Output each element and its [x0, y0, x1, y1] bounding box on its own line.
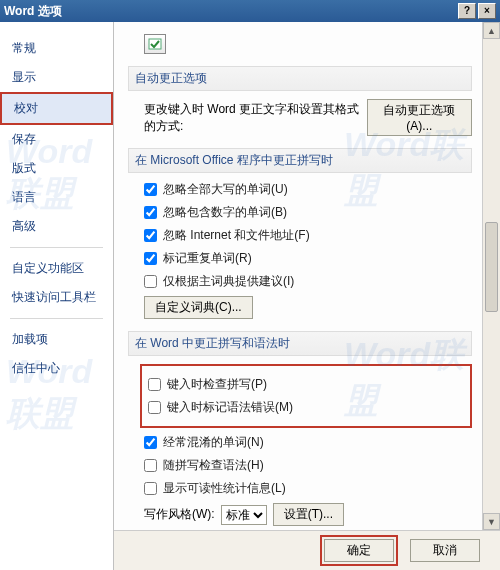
- lbl-readability-stats: 显示可读性统计信息(L): [163, 480, 286, 497]
- lbl-flag-repeated: 标记重复单词(R): [163, 250, 252, 267]
- sidebar-item-language[interactable]: 语言: [0, 183, 113, 212]
- svg-rect-0: [149, 39, 161, 49]
- chk-grammar-with-spell[interactable]: [144, 459, 157, 472]
- dialog-footer: 确定 取消: [114, 530, 500, 570]
- chk-readability-stats[interactable]: [144, 482, 157, 495]
- sidebar-item-advanced[interactable]: 高级: [0, 212, 113, 241]
- writing-style-settings-button[interactable]: 设置(T)...: [273, 503, 344, 526]
- chk-check-spelling[interactable]: [148, 378, 161, 391]
- section-autocorrect-head: 自动更正选项: [128, 66, 472, 91]
- lbl-main-dict-only: 仅根据主词典提供建议(I): [163, 273, 294, 290]
- main-panel: 自动更正选项 更改键入时 Word 更正文字和设置其格式的方式: 自动更正选项(…: [114, 22, 500, 570]
- titlebar: Word 选项 ? ×: [0, 0, 500, 22]
- writing-style-label: 写作风格(W):: [144, 506, 215, 523]
- vertical-scrollbar[interactable]: ▲ ▼: [482, 22, 500, 530]
- sidebar-item-addins[interactable]: 加载项: [0, 325, 113, 354]
- section-wordspell-head: 在 Word 中更正拼写和语法时: [128, 331, 472, 356]
- chk-ignore-internet[interactable]: [144, 229, 157, 242]
- lbl-confused-words: 经常混淆的单词(N): [163, 434, 264, 451]
- chk-flag-repeated[interactable]: [144, 252, 157, 265]
- lbl-ignore-internet: 忽略 Internet 和文件地址(F): [163, 227, 310, 244]
- window-controls: ? ×: [458, 3, 496, 19]
- sidebar-item-display[interactable]: 显示: [0, 63, 113, 92]
- proofing-icon-row: [144, 34, 472, 54]
- autocorrect-desc: 更改键入时 Word 更正文字和设置其格式的方式:: [144, 101, 361, 135]
- scroll-thumb[interactable]: [485, 222, 498, 312]
- sidebar-item-trust-center[interactable]: 信任中心: [0, 354, 113, 383]
- sidebar-item-proofing[interactable]: 校对: [0, 92, 113, 125]
- chk-ignore-uppercase[interactable]: [144, 183, 157, 196]
- sidebar-item-quick-access[interactable]: 快速访问工具栏: [0, 283, 113, 312]
- chk-ignore-numbers[interactable]: [144, 206, 157, 219]
- writing-style-select[interactable]: 标准: [221, 505, 267, 525]
- lbl-mark-grammar: 键入时标记语法错误(M): [167, 399, 293, 416]
- scroll-down-button[interactable]: ▼: [483, 513, 500, 530]
- highlight-spellcheck-box: 键入时检查拼写(P) 键入时标记语法错误(M): [140, 364, 472, 428]
- lbl-ignore-uppercase: 忽略全部大写的单词(U): [163, 181, 288, 198]
- proofing-icon: [144, 34, 166, 54]
- lbl-grammar-with-spell: 随拼写检查语法(H): [163, 457, 264, 474]
- close-button[interactable]: ×: [478, 3, 496, 19]
- custom-dictionaries-button[interactable]: 自定义词典(C)...: [144, 296, 253, 319]
- sidebar-item-general[interactable]: 常规: [0, 34, 113, 63]
- cancel-button[interactable]: 取消: [410, 539, 480, 562]
- sidebar-item-customize-ribbon[interactable]: 自定义功能区: [0, 254, 113, 283]
- sidebar-item-layout[interactable]: 版式: [0, 154, 113, 183]
- lbl-check-spelling: 键入时检查拼写(P): [167, 376, 267, 393]
- chk-main-dict-only[interactable]: [144, 275, 157, 288]
- chk-mark-grammar[interactable]: [148, 401, 161, 414]
- chk-confused-words[interactable]: [144, 436, 157, 449]
- sidebar: 常规 显示 校对 保存 版式 语言 高级 自定义功能区 快速访问工具栏 加载项 …: [0, 22, 114, 570]
- ok-button[interactable]: 确定: [324, 539, 394, 562]
- help-button[interactable]: ?: [458, 3, 476, 19]
- section-office-head: 在 Microsoft Office 程序中更正拼写时: [128, 148, 472, 173]
- scroll-up-button[interactable]: ▲: [483, 22, 500, 39]
- window-title: Word 选项: [4, 0, 62, 22]
- lbl-ignore-numbers: 忽略包含数字的单词(B): [163, 204, 287, 221]
- autocorrect-options-button[interactable]: 自动更正选项(A)...: [367, 99, 472, 136]
- highlight-ok-box: 确定: [320, 535, 398, 566]
- scroll-content: 自动更正选项 更改键入时 Word 更正文字和设置其格式的方式: 自动更正选项(…: [114, 22, 482, 530]
- sidebar-item-save[interactable]: 保存: [0, 125, 113, 154]
